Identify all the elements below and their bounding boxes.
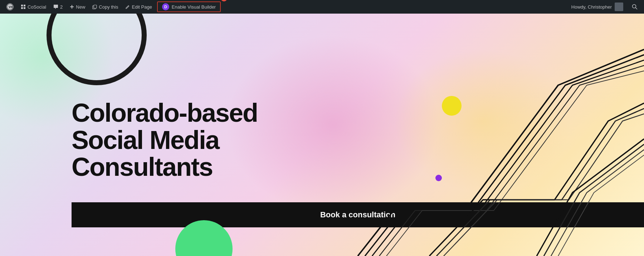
large-circle-decoration [47, 14, 147, 85]
site-name[interactable]: CoSocial [17, 0, 50, 14]
book-consultation-button[interactable]: Book a consultation [72, 202, 644, 227]
enable-visual-builder-button[interactable]: D Enable Visual Builder [157, 1, 221, 12]
new-button[interactable]: New [66, 0, 89, 14]
copy-this-button[interactable]: Copy this [89, 0, 122, 14]
hero-section: Colorado-based Social Media Consultants … [0, 14, 644, 256]
svg-rect-3 [21, 7, 23, 9]
notification-badge: 1 [221, 0, 227, 1]
svg-rect-6 [94, 5, 97, 8]
wordpress-logo[interactable] [3, 0, 17, 14]
search-button[interactable] [628, 0, 641, 14]
svg-rect-1 [21, 5, 23, 6]
purple-dot-decoration [435, 175, 442, 181]
svg-rect-2 [24, 5, 25, 6]
user-avatar [615, 3, 623, 11]
edit-page-button[interactable]: Edit Page [122, 0, 155, 14]
hero-headline: Colorado-based Social Media Consultants [72, 100, 322, 181]
admin-bar: CoSocial 2 New Copy this Edit Page D Ena… [0, 0, 644, 14]
svg-rect-4 [24, 7, 25, 9]
yellow-circle-decoration [442, 96, 462, 116]
comments-link[interactable]: 2 [50, 0, 66, 14]
howdy-section[interactable]: Howdy, Christopher [568, 3, 627, 11]
divi-icon: D [162, 3, 169, 10]
main-content: Colorado-based Social Media Consultants … [0, 14, 644, 256]
admin-bar-right: Howdy, Christopher [568, 0, 641, 14]
enable-visual-builder-wrapper: D Enable Visual Builder 1 [156, 1, 221, 12]
